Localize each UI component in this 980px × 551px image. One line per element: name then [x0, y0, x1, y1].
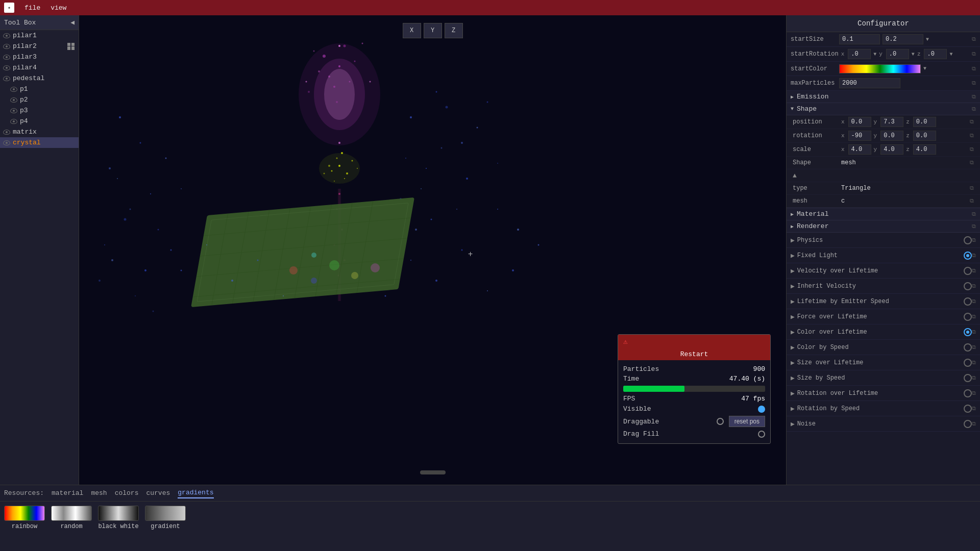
maxparticles-copy[interactable]: ⧉	[972, 80, 976, 86]
inherit-velocity-expand-icon[interactable]: ▶	[791, 282, 795, 290]
eye-icon[interactable]	[3, 55, 10, 60]
material-section[interactable]: ▶ Material ⧉	[787, 208, 980, 220]
startcolor-copy[interactable]: ⧉	[972, 66, 976, 72]
tree-item-p3[interactable]: p3	[0, 105, 79, 116]
shape-copy[interactable]: ⧉	[972, 106, 976, 112]
mesh-copy[interactable]: ⧉	[970, 198, 974, 204]
emission-expand-icon[interactable]: ▶	[791, 94, 794, 100]
material-copy[interactable]: ⧉	[972, 211, 976, 217]
eye-icon[interactable]	[3, 140, 10, 145]
tree-item-matrix[interactable]: matrix	[0, 127, 79, 137]
position-y-field[interactable]	[880, 117, 903, 127]
physics-copy[interactable]: ⧉	[972, 237, 976, 243]
swatch-rainbow[interactable]: rainbow	[4, 506, 45, 530]
draggable-toggle[interactable]	[717, 418, 724, 425]
scale-x-field[interactable]	[848, 144, 871, 155]
tree-item-p4[interactable]: p4	[0, 116, 79, 127]
startrotation-y-field[interactable]	[886, 49, 909, 59]
position-x-field[interactable]	[848, 117, 871, 127]
drag-fill-toggle[interactable]	[758, 431, 765, 438]
startcolor-bar[interactable]	[839, 64, 921, 73]
size-lifetime-expand-icon[interactable]: ▶	[791, 359, 795, 367]
maxparticles-field[interactable]	[839, 78, 900, 88]
force-lifetime-copy[interactable]: ⧉	[972, 314, 976, 320]
shape-expand-icon[interactable]: ▼	[791, 106, 794, 112]
emission-copy[interactable]: ⧉	[972, 94, 976, 100]
startsize-dropdown[interactable]: ▼	[926, 37, 929, 42]
renderer-section[interactable]: ▶ Renderer ⧉	[787, 220, 980, 233]
tree-item-pilar2[interactable]: pilar2	[0, 41, 79, 52]
noise-expand-icon[interactable]: ▶	[791, 420, 795, 428]
renderer-copy[interactable]: ⧉	[972, 223, 976, 230]
tree-item-pilar1[interactable]: pilar1	[0, 30, 79, 41]
noise-copy[interactable]: ⧉	[972, 421, 976, 427]
eye-icon[interactable]	[3, 65, 10, 70]
toolbox-collapse-arrow[interactable]: ◀	[70, 18, 75, 27]
rotation-z-field[interactable]	[913, 131, 936, 141]
fixed-light-toggle[interactable]	[964, 252, 972, 260]
shape-field-copy[interactable]: ⧉	[970, 160, 974, 166]
rotation-copy[interactable]: ⧉	[970, 133, 974, 139]
size-speed-copy[interactable]: ⧉	[972, 375, 976, 381]
scroll-handle[interactable]	[420, 470, 446, 474]
rotation-x-field[interactable]	[848, 131, 871, 141]
renderer-expand-icon[interactable]: ▶	[791, 223, 794, 230]
rotation-lifetime-toggle[interactable]	[964, 389, 972, 397]
eye-icon[interactable]	[10, 108, 17, 113]
startrotation-x-dropdown[interactable]: ▼	[873, 52, 876, 57]
startrotation-x-field[interactable]	[848, 49, 871, 59]
tree-item-pedestal[interactable]: pedestal	[0, 73, 79, 84]
tab-mesh[interactable]: mesh	[91, 488, 107, 498]
rotation-lifetime-copy[interactable]: ⧉	[972, 390, 976, 396]
startrotation-z-dropdown[interactable]: ▼	[949, 52, 952, 57]
rotation-speed-copy[interactable]: ⧉	[972, 406, 976, 412]
swatch-random[interactable]: random	[51, 506, 92, 530]
physics-toggle[interactable]	[964, 236, 972, 244]
color-speed-expand-icon[interactable]: ▶	[791, 343, 795, 352]
eye-icon[interactable]	[10, 87, 17, 92]
rotation-speed-toggle[interactable]	[964, 405, 972, 413]
fixed-light-expand-icon[interactable]: ▶	[791, 252, 795, 260]
tree-item-pilar4[interactable]: pilar4	[0, 62, 79, 73]
scale-y-field[interactable]	[880, 144, 903, 155]
axis-x-button[interactable]: X	[403, 23, 421, 38]
force-lifetime-expand-icon[interactable]: ▶	[791, 313, 795, 321]
velocity-lifetime-toggle[interactable]	[964, 267, 972, 275]
eye-icon[interactable]	[3, 76, 10, 81]
startrotation-z-field[interactable]	[924, 49, 947, 59]
eye-icon[interactable]	[3, 44, 10, 49]
eye-icon[interactable]	[10, 119, 17, 124]
velocity-lifetime-copy[interactable]: ⧉	[972, 268, 976, 274]
startcolor-dropdown[interactable]: ▼	[923, 66, 926, 71]
color-speed-copy[interactable]: ⧉	[972, 344, 976, 350]
restart-button[interactable]: Restart	[618, 348, 770, 360]
reset-pos-button[interactable]: reset pos	[729, 416, 765, 427]
lifetime-emitter-expand-icon[interactable]: ▶	[791, 297, 795, 306]
scale-z-field[interactable]	[913, 144, 936, 155]
eye-icon[interactable]	[10, 97, 17, 103]
fixed-light-copy[interactable]: ⧉	[972, 253, 976, 259]
position-z-field[interactable]	[913, 117, 936, 127]
startsize-field2[interactable]	[883, 34, 923, 44]
tree-item-pilar3[interactable]: pilar3	[0, 52, 79, 62]
color-lifetime-expand-icon[interactable]: ▶	[791, 328, 795, 336]
size-speed-toggle[interactable]	[964, 374, 972, 382]
material-expand-icon[interactable]: ▶	[791, 211, 794, 217]
position-copy[interactable]: ⧉	[970, 119, 974, 125]
rotation-y-field[interactable]	[880, 131, 903, 141]
menu-view[interactable]: view	[51, 4, 66, 12]
velocity-lifetime-expand-icon[interactable]: ▶	[791, 267, 795, 275]
color-lifetime-copy[interactable]: ⧉	[972, 329, 976, 335]
rotation-lifetime-expand-icon[interactable]: ▶	[791, 389, 795, 397]
swatch-gradient[interactable]: gradient	[145, 506, 186, 530]
tab-gradients[interactable]: gradients	[178, 488, 213, 498]
rotation-speed-expand-icon[interactable]: ▶	[791, 405, 795, 413]
color-lifetime-toggle[interactable]	[964, 328, 972, 336]
swatch-black-white[interactable]: black white	[98, 506, 139, 530]
scale-copy[interactable]: ⧉	[970, 146, 974, 153]
lifetime-emitter-toggle[interactable]	[964, 297, 972, 306]
color-speed-toggle[interactable]	[964, 343, 972, 352]
startrotation-copy[interactable]: ⧉	[972, 51, 976, 57]
shape-section[interactable]: ▼ Shape ⧉	[787, 103, 980, 115]
startsize-field1[interactable]	[839, 34, 880, 44]
